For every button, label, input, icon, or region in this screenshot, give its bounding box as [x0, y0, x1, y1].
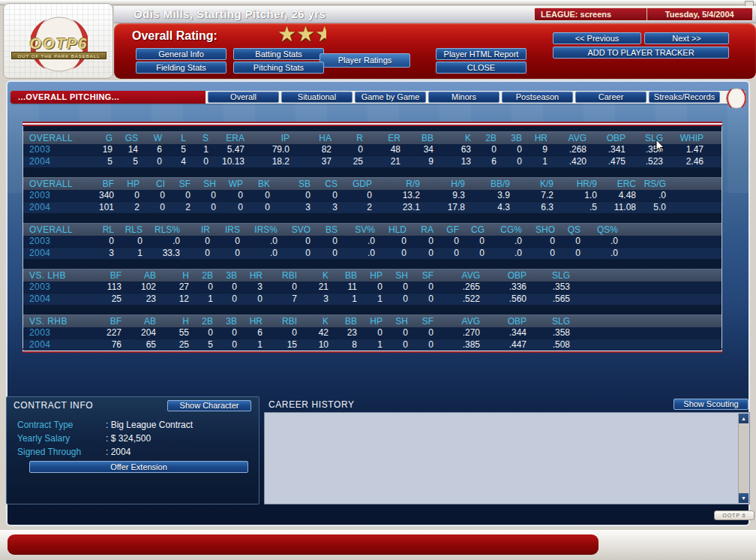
stat-cell: 0	[388, 339, 413, 351]
stat-cell: 7	[268, 294, 302, 305]
column-header: GF	[439, 224, 464, 236]
stat-cell: 0	[194, 282, 218, 293]
column-header: SLG	[532, 315, 575, 327]
column-header: SVO	[283, 224, 316, 236]
stat-cell: 11.08	[602, 202, 641, 213]
year-link[interactable]: 2004	[23, 248, 92, 259]
column-header: AB	[127, 315, 161, 327]
stat-cell: 1	[334, 294, 362, 305]
year-link[interactable]: 2003	[23, 327, 92, 339]
year-link[interactable]: 2004	[23, 339, 92, 351]
year-link[interactable]: 2003	[23, 144, 92, 155]
stat-cell: 9.3	[425, 190, 470, 201]
column-header: RS/G	[641, 178, 671, 190]
year-link[interactable]: 2003	[23, 282, 92, 293]
column-header: HP	[362, 315, 388, 327]
stat-cell: .385	[439, 339, 485, 351]
stat-cell: 4.3	[470, 202, 515, 213]
stat-cell: .341	[592, 144, 631, 155]
stat-table-label: OVERALL	[23, 178, 92, 190]
column-header: BB	[406, 132, 439, 144]
mouse-cursor	[656, 140, 665, 154]
table-row: 20032272045500604223000.270.344.358	[23, 327, 722, 339]
stat-cell: 0	[413, 294, 439, 305]
stat-cell: 37	[295, 156, 337, 167]
column-header: BF	[92, 269, 127, 282]
column-header: ER	[368, 132, 406, 144]
tab-game-by-game[interactable]: Game by Game	[355, 92, 426, 103]
stat-cell: 0	[268, 282, 302, 293]
stat-cell: .475	[592, 156, 631, 167]
stat-cell: 0	[92, 236, 119, 247]
stat-cell: 3	[92, 248, 119, 259]
next-button[interactable]: Next >>	[644, 32, 729, 44]
page-title: Odis Mills, Starting Pitcher, 26 yrs	[134, 8, 326, 20]
tab-minors[interactable]: Minors	[428, 92, 500, 103]
ootp-badge-button[interactable]: OOTP 6	[714, 510, 754, 520]
add-to-player-tracker-button[interactable]: ADD TO PLAYER TRACKER	[553, 47, 729, 59]
column-header: K/9	[515, 178, 559, 190]
ootp-logo-subtitle: OUT OF THE PARK BASEBALL	[11, 52, 106, 59]
column-header: AVG	[439, 269, 485, 282]
contract-field-label: Contract Type	[17, 418, 106, 432]
stat-cell: .270	[439, 327, 485, 339]
column-header: 3B	[218, 315, 242, 327]
tab-overall[interactable]: Overall	[208, 92, 279, 103]
player-ratings-button[interactable]: Player Ratings	[320, 53, 410, 68]
column-header: H/9	[425, 178, 470, 190]
column-header: G	[92, 132, 118, 144]
year-link[interactable]: 2004	[23, 294, 92, 305]
year-link[interactable]: 2003	[23, 236, 92, 247]
column-header: HR/9	[559, 178, 602, 190]
tab-streaks-records[interactable]: Streaks/Records	[649, 92, 720, 103]
stat-cell: .0	[343, 236, 380, 247]
column-header: BS	[316, 224, 343, 236]
column-header: ERA	[214, 132, 250, 144]
show-character-button[interactable]: Show Character	[167, 400, 251, 411]
column-header: IR	[185, 224, 215, 236]
column-header: HP	[119, 178, 145, 190]
ootp-logo-panel: OOTP6 OUT OF THE PARK BASEBALL	[3, 3, 113, 79]
fielding-stats-button[interactable]: Fielding Stats	[136, 62, 226, 74]
general-info-button[interactable]: General Info	[136, 48, 226, 60]
previous-button[interactable]: << Previous	[553, 32, 641, 44]
career-scrollbar[interactable]: ▲ ▼	[738, 414, 748, 503]
column-header: BF	[92, 178, 119, 190]
stat-cell: 4.48	[602, 190, 641, 201]
stat-cell: 14	[118, 144, 143, 155]
pitching-stats-button[interactable]: Pitching Stats	[233, 62, 324, 74]
scroll-up-icon[interactable]: ▲	[739, 414, 748, 423]
year-link[interactable]: 2003	[23, 190, 92, 201]
column-header: K	[302, 269, 334, 282]
table-row: 200334000000000013.29.33.97.21.04.48.0	[23, 190, 722, 201]
stat-cell: .0	[490, 248, 527, 259]
stat-cell: 12	[161, 294, 194, 305]
batting-stats-button[interactable]: Batting Stats	[233, 48, 324, 60]
tab-situational[interactable]: Situational	[281, 92, 352, 103]
stat-cell: 5	[92, 156, 118, 167]
scroll-down-icon[interactable]: ▼	[739, 493, 748, 503]
stat-cell: 0	[502, 144, 527, 155]
column-header: H	[161, 269, 194, 282]
stat-cell: 82	[295, 144, 337, 155]
year-link[interactable]: 2004	[23, 156, 92, 167]
stat-cell: .0	[490, 236, 527, 247]
close-button[interactable]: CLOSE	[436, 62, 526, 74]
tab-postseason[interactable]: Postseason	[502, 92, 573, 103]
stat-cell: .0	[343, 248, 380, 259]
stat-cell: 21	[302, 282, 334, 293]
column-header: SF	[413, 269, 439, 282]
stat-cell: 5	[194, 339, 218, 351]
stat-cell: 0	[218, 282, 242, 293]
column-header: W	[143, 132, 167, 144]
table-row: 200410120200033223.117.84.36.3.511.085.0	[23, 201, 722, 213]
tab-career[interactable]: Career	[575, 92, 646, 103]
column-header: OBP	[592, 132, 631, 144]
stat-table: OVERALLRLRLSRLS%IRIRSIRS%SVOBSSV%HLDRAGF…	[23, 223, 722, 259]
offer-extension-button[interactable]: Offer Extension	[29, 461, 248, 473]
column-header: R	[337, 132, 368, 144]
show-scouting-button[interactable]: Show Scouting	[674, 399, 748, 410]
year-link[interactable]: 2004	[23, 202, 92, 213]
player-html-report-button[interactable]: Player HTML Report	[436, 48, 526, 60]
stat-cell: 0	[316, 248, 343, 259]
